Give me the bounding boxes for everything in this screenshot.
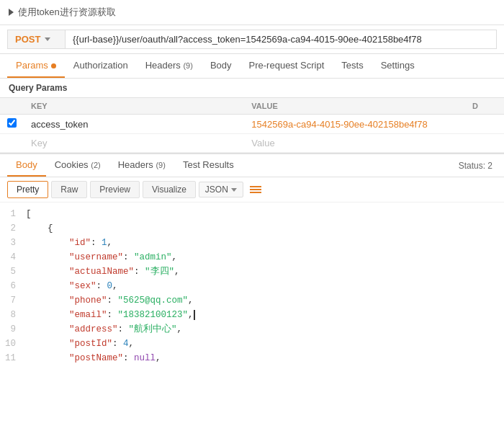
tab-authorization[interactable]: Authorization — [65, 54, 137, 78]
response-tab-test-results[interactable]: Test Results — [174, 154, 243, 177]
params-dot — [51, 63, 56, 68]
empty-row: Key Value — [0, 134, 504, 153]
col-check — [0, 98, 24, 115]
top-section-label: 使用token进行资源获取 — [18, 6, 116, 19]
format-preview-button[interactable]: Preview — [90, 181, 140, 198]
json-select-chevron-icon — [231, 188, 237, 192]
icon-line-1 — [250, 186, 261, 187]
empty-check-cell — [0, 134, 24, 153]
cursor — [194, 310, 195, 320]
response-tab-headers[interactable]: Headers (9) — [109, 154, 174, 177]
icon-line-2 — [250, 189, 261, 190]
json-type-label: JSON — [205, 185, 228, 195]
tab-settings[interactable]: Settings — [372, 54, 423, 78]
method-chevron-icon — [45, 37, 50, 41]
code-area: 1 [ 2 { 3 "id": 1, 4 "username": "admin"… — [0, 203, 504, 368]
status-text: Status: 2 — [459, 161, 497, 171]
params-table: KEY VALUE D access_token 1542569a-ca94-4… — [0, 97, 504, 153]
col-value-header: VALUE — [244, 98, 465, 115]
format-pretty-button[interactable]: Pretty — [7, 181, 48, 198]
tab-prerequest[interactable]: Pre-request Script — [240, 54, 333, 78]
expand-icon — [9, 9, 14, 16]
row-d — [465, 115, 504, 134]
code-line: 12 "status": 1, — [0, 365, 504, 368]
code-line: 5 "actualName": "李四", — [0, 265, 504, 279]
row-checkbox[interactable] — [7, 118, 17, 128]
code-line: 10 "postId": 4, — [0, 337, 504, 351]
tab-tests[interactable]: Tests — [333, 54, 372, 78]
icon-line-3 — [250, 192, 261, 193]
response-tabs-row: Body Cookies (2) Headers (9) Test Result… — [0, 153, 504, 177]
col-d-header: D — [465, 98, 504, 115]
row-key[interactable]: access_token — [24, 115, 244, 134]
table-row: access_token 1542569a-ca94-4015-90ee-402… — [0, 115, 504, 134]
json-type-select[interactable]: JSON — [199, 182, 243, 197]
code-line: 7 "phone": "5625@qq.com", — [0, 293, 504, 308]
tab-headers[interactable]: Headers (9) — [137, 54, 202, 78]
row-checkbox-cell — [0, 115, 24, 134]
tab-body[interactable]: Body — [202, 54, 240, 78]
code-line: 4 "username": "admin", — [0, 250, 504, 265]
code-line: 1 [ — [0, 207, 504, 221]
code-line: 8 "email": "18382100123", — [0, 308, 504, 322]
format-raw-button[interactable]: Raw — [51, 181, 87, 198]
empty-d — [465, 134, 504, 153]
url-bar: POST — [0, 25, 504, 54]
format-visualize-button[interactable]: Visualize — [143, 181, 196, 198]
response-tab-body[interactable]: Body — [7, 154, 46, 177]
url-input[interactable] — [65, 30, 497, 49]
method-label: POST — [15, 34, 40, 45]
empty-value[interactable]: Value — [244, 134, 465, 153]
col-key-header: KEY — [24, 98, 244, 115]
request-tabs-row: Params Authorization Headers (9) Body Pr… — [0, 54, 504, 79]
code-line: 11 "postName": null, — [0, 351, 504, 365]
response-tab-cookies[interactable]: Cookies (2) — [46, 154, 109, 177]
empty-key[interactable]: Key — [24, 134, 244, 153]
code-line: 6 "sex": 0, — [0, 279, 504, 293]
code-line: 2 { — [0, 221, 504, 236]
query-params-title: Query Params — [0, 79, 504, 97]
wrap-icon[interactable] — [246, 184, 265, 195]
format-row: Pretty Raw Preview Visualize JSON — [0, 177, 504, 203]
code-line: 3 "id": 1, — [0, 236, 504, 250]
method-select[interactable]: POST — [7, 30, 65, 49]
response-tabs: Body Cookies (2) Headers (9) Test Result… — [7, 154, 243, 177]
code-line: 9 "address": "航利中心", — [0, 322, 504, 337]
row-value[interactable]: 1542569a-ca94-4015-90ee-402158be4f78 — [244, 115, 465, 134]
tab-params[interactable]: Params — [7, 54, 65, 78]
top-section-header[interactable]: 使用token进行资源获取 — [0, 0, 504, 25]
